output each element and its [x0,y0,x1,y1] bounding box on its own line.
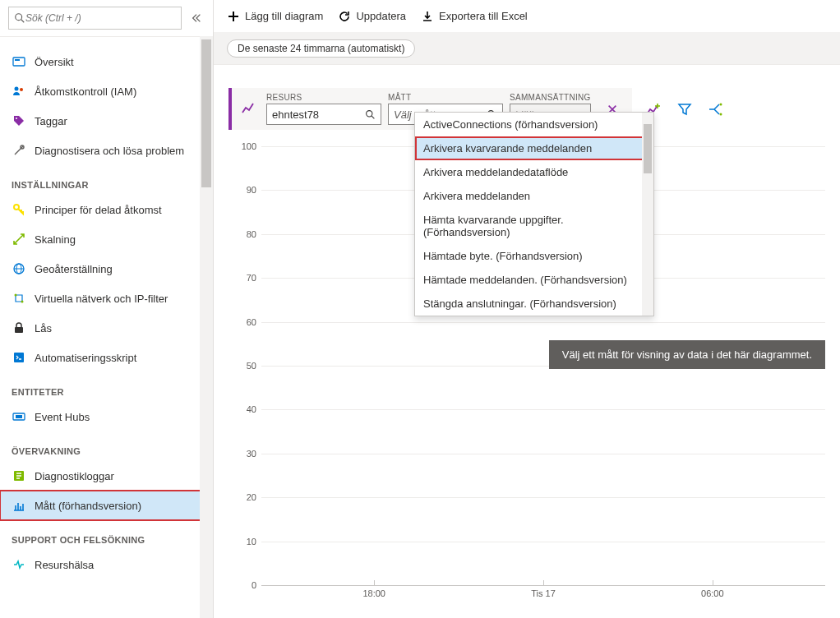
svg-point-19 [367,110,372,116]
sidebar-item-shared-access[interactable]: Principer för delad åtkomst [0,195,205,224]
sidebar: Översikt Åtkomstkontroll (IAM) Taggar Di… [0,0,214,618]
gridline [261,409,825,410]
x-tick-mark [374,580,375,585]
svg-rect-2 [13,58,25,66]
svg-point-0 [16,14,22,21]
sidebar-item-label: Mått (förhandsversion) [35,500,141,512]
y-tick-label: 80 [247,229,256,239]
section-header-monitoring: ÖVERVAKNING [0,431,205,461]
sidebar-item-iam[interactable]: Åtkomstkontroll (IAM) [0,76,205,106]
x-tick-label: 18:00 [362,588,385,598]
sidebar-item-automation[interactable]: Automatiseringsskript [0,343,205,372]
scrollbar-thumb[interactable] [201,39,211,187]
export-excel-button[interactable]: Exportera till Excel [421,10,528,23]
search-box[interactable] [8,7,182,30]
svg-point-5 [20,88,23,91]
sidebar-item-tags[interactable]: Taggar [0,106,205,136]
sidebar-scrollbar[interactable] [200,36,213,618]
svg-line-20 [372,116,374,118]
dropdown-item[interactable]: Arkivera meddelanden [415,184,653,208]
svg-line-1 [21,20,25,23]
globe-icon [12,261,26,276]
y-tick-label: 90 [247,185,256,195]
search-row [0,0,213,37]
y-tick-label: 50 [247,361,256,371]
tools-icon [12,143,26,158]
lock-icon [12,321,26,335]
sidebar-item-label: Översikt [35,56,74,68]
button-label: Uppdatera [356,10,406,22]
x-tick-label: Tis 17 [531,588,556,598]
sidebar-item-label: Diagnostikloggar [35,470,114,482]
sidebar-item-label: Resurshälsa [35,559,94,571]
gridline [261,585,825,586]
svg-rect-14 [15,327,23,333]
refresh-button[interactable]: Uppdatera [338,10,406,23]
search-icon [14,12,25,24]
people-icon [12,84,26,99]
resource-value: ehntest78 [272,108,319,121]
split-button[interactable] [706,99,726,119]
vnet-icon [12,291,26,306]
time-range-pill[interactable]: De senaste 24 timmarna (automatiskt) [227,39,415,58]
sidebar-item-scaling[interactable]: Skalning [0,224,205,254]
sidebar-item-label: Skalning [35,233,76,246]
toolbar: Lägg till diagram Uppdatera Exportera ti… [214,0,840,33]
sidebar-item-eventhubs[interactable]: Event Hubs [0,402,205,431]
section-header-entities: ENTITETER [0,372,205,402]
y-tick-label: 40 [247,404,256,414]
gridline [261,497,825,498]
resource-picker[interactable]: ehntest78 [266,104,381,125]
y-tick-label: 20 [247,492,256,502]
sidebar-item-geo[interactable]: Geoåterställning [0,254,205,284]
filter-button[interactable] [675,99,695,119]
collapse-sidebar-button[interactable] [187,8,206,28]
section-header-settings: INSTÄLLNINGAR [0,165,205,195]
scrollbar-thumb[interactable] [644,124,652,173]
search-input[interactable] [25,12,176,24]
y-tick-label: 60 [247,317,256,327]
x-tick-marks [261,580,825,585]
dropdown-item[interactable]: Hämtade meddelanden. (Förhandsversion) [415,268,653,292]
plus-icon [227,10,240,23]
sidebar-item-label: Geoåterställning [35,263,113,275]
field-label: SAMMANSÄTTNING [510,93,591,102]
sidebar-menu: Översikt Åtkomstkontroll (IAM) Taggar Di… [0,37,213,618]
metric-dropdown[interactable]: ActiveConnections (förhandsversion)Arkiv… [414,112,654,316]
y-tick-label: 100 [242,141,256,151]
dropdown-item[interactable]: Hämtade byte. (Förhandsversion) [415,244,653,268]
y-tick-label: 10 [247,537,256,547]
script-icon [12,350,26,365]
sidebar-item-vnet[interactable]: Virtuella nätverk och IP-filter [0,284,205,313]
sidebar-item-label: Åtkomstkontroll (IAM) [35,85,136,98]
dropdown-scrollbar[interactable] [642,113,653,316]
button-label: Lägg till diagram [245,10,323,22]
field-label: MÅTT [388,93,503,102]
dropdown-item[interactable]: Stängda anslutningar. (Förhandsversion) [415,292,653,316]
sidebar-item-overview[interactable]: Översikt [0,47,205,76]
sidebar-item-metrics[interactable]: Mått (förhandsversion) [0,491,205,520]
dropdown-item[interactable]: Arkivera kvarvarande meddelanden [415,136,653,160]
svg-point-12 [15,294,17,297]
sidebar-item-diagnostic-logs[interactable]: Diagnostikloggar [0,461,205,491]
x-tick-mark [543,580,544,585]
scale-icon [12,232,26,247]
dropdown-item[interactable]: Hämta kvarvarande uppgifter. (Förhandsve… [415,208,653,244]
sidebar-item-resource-health[interactable]: Resurshälsa [0,550,205,579]
dropdown-item[interactable]: ActiveConnections (förhandsversion) [415,113,653,136]
svg-point-23 [719,103,722,105]
dropdown-item[interactable]: Arkivera meddelandedataflöde [415,160,653,184]
svg-point-4 [15,87,19,91]
y-tick-label: 0 [252,580,256,590]
overview-icon [12,54,26,69]
line-chart-icon [238,99,260,120]
add-chart-button[interactable]: Lägg till diagram [227,10,323,23]
resource-field: RESURS ehntest78 [266,93,381,125]
sidebar-item-diagnose[interactable]: Diagnostisera och lösa problem [0,136,205,165]
sidebar-item-label: Virtuella nätverk och IP-filter [35,293,168,305]
button-label: Exportera till Excel [439,10,528,22]
eventhub-icon [12,409,26,424]
sidebar-item-locks[interactable]: Lås [0,313,205,343]
sidebar-item-label: Diagnostisera och lösa problem [35,145,184,157]
tag-icon [12,113,26,128]
